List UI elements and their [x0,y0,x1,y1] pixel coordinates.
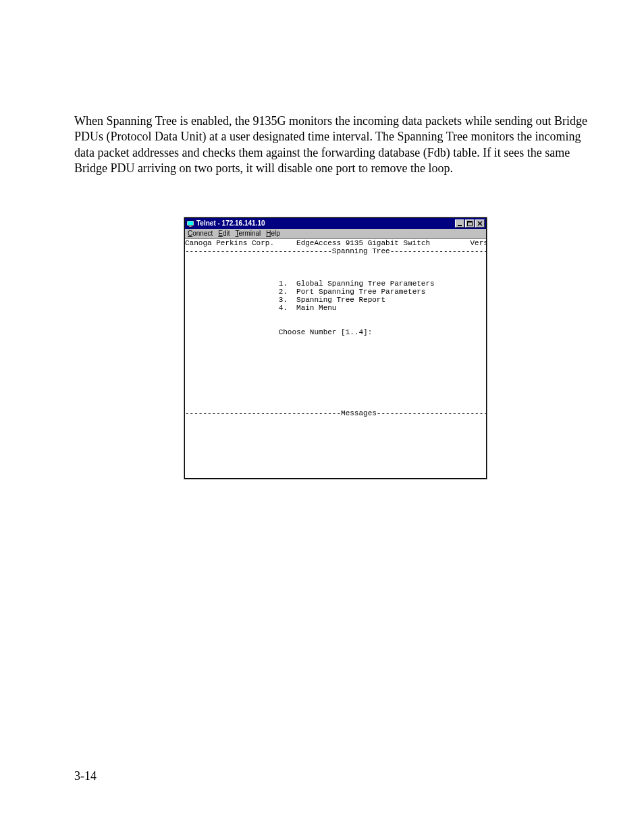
term-section-title: Spanning Tree [332,247,390,255]
menu-2-label: Port Spanning Tree Parameters [296,288,425,296]
titlebar[interactable]: Telnet - 172.16.141.10 [185,218,486,229]
window-title: Telnet - 172.16.141.10 [196,219,455,227]
term-messages-title: Messages [341,409,377,417]
menu-2-n: 2. [279,288,288,296]
telnet-icon [186,219,194,228]
menu-1-n: 1. [279,280,288,288]
menu-terminal[interactable]: Terminal [236,230,261,237]
term-header-center: EdgeAccess 9135 Gigabit Switch [296,239,430,247]
minimize-button[interactable] [455,219,464,228]
close-button[interactable] [475,219,485,228]
menu-help[interactable]: Help [266,230,280,237]
page-number: 3-14 [74,769,597,783]
menu-1-label: Global Spanning Tree Parameters [296,280,435,288]
maximize-button[interactable] [465,219,475,228]
menu-bar: Connect Edit Terminal Help [185,229,486,239]
menu-3-n: 3. [279,296,288,304]
body-paragraph: When Spanning Tree is enabled, the 9135G… [74,113,597,177]
svg-rect-1 [188,221,193,225]
menu-4-n: 4. [279,304,288,312]
terminal-area[interactable]: Canoga Perkins Corp. EdgeAccess 9135 Gig… [185,239,486,478]
menu-3-label: Spanning Tree Report [296,296,385,304]
menu-4-label: Main Menu [296,304,336,312]
svg-rect-2 [189,226,192,227]
telnet-window: Telnet - 172.16.141.10 Connect Edit Term… [184,217,487,479]
svg-rect-3 [458,225,462,226]
svg-rect-5 [468,221,473,222]
menu-edit[interactable]: Edit [218,230,230,237]
menu-connect[interactable]: Connect [188,230,213,237]
term-prompt: Choose Number [1..4]: [279,328,373,336]
term-header-left: Canoga Perkins Corp. [185,239,274,247]
term-header-right: Version 1.03 [471,239,486,247]
